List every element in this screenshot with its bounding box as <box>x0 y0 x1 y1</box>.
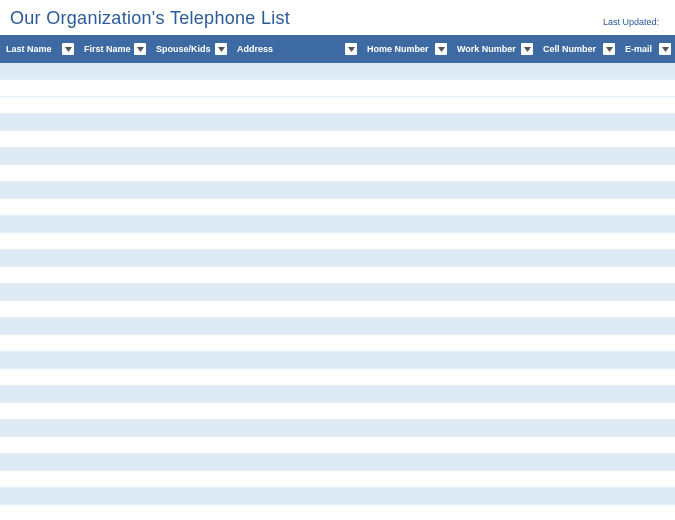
table-cell[interactable] <box>78 182 150 198</box>
table-row[interactable] <box>0 301 675 318</box>
filter-dropdown-icon[interactable] <box>215 43 227 55</box>
table-cell[interactable] <box>361 403 451 419</box>
table-cell[interactable] <box>231 471 361 487</box>
table-cell[interactable] <box>231 318 361 334</box>
table-cell[interactable] <box>78 284 150 300</box>
table-cell[interactable] <box>451 505 537 520</box>
table-cell[interactable] <box>537 216 619 232</box>
table-cell[interactable] <box>78 318 150 334</box>
table-cell[interactable] <box>78 335 150 351</box>
table-cell[interactable] <box>619 386 675 402</box>
table-cell[interactable] <box>361 267 451 283</box>
table-cell[interactable] <box>0 267 78 283</box>
table-cell[interactable] <box>150 267 231 283</box>
filter-dropdown-icon[interactable] <box>62 43 74 55</box>
table-cell[interactable] <box>150 471 231 487</box>
table-cell[interactable] <box>78 80 150 96</box>
table-row[interactable] <box>0 131 675 148</box>
table-cell[interactable] <box>537 403 619 419</box>
table-cell[interactable] <box>451 437 537 453</box>
table-cell[interactable] <box>0 437 78 453</box>
table-cell[interactable] <box>0 488 78 504</box>
table-cell[interactable] <box>78 437 150 453</box>
table-cell[interactable] <box>537 420 619 436</box>
table-cell[interactable] <box>150 386 231 402</box>
table-cell[interactable] <box>78 471 150 487</box>
filter-dropdown-icon[interactable] <box>603 43 615 55</box>
table-cell[interactable] <box>619 454 675 470</box>
table-cell[interactable] <box>619 505 675 520</box>
table-cell[interactable] <box>150 63 231 79</box>
table-cell[interactable] <box>361 284 451 300</box>
table-cell[interactable] <box>451 182 537 198</box>
table-cell[interactable] <box>451 369 537 385</box>
table-cell[interactable] <box>0 454 78 470</box>
table-cell[interactable] <box>0 182 78 198</box>
table-cell[interactable] <box>231 165 361 181</box>
table-cell[interactable] <box>619 267 675 283</box>
table-cell[interactable] <box>451 420 537 436</box>
table-cell[interactable] <box>361 386 451 402</box>
table-cell[interactable] <box>537 114 619 130</box>
table-cell[interactable] <box>619 250 675 266</box>
table-cell[interactable] <box>0 335 78 351</box>
table-cell[interactable] <box>78 454 150 470</box>
table-cell[interactable] <box>451 216 537 232</box>
table-cell[interactable] <box>150 165 231 181</box>
column-header-last-name[interactable]: Last Name <box>0 35 78 63</box>
table-cell[interactable] <box>150 318 231 334</box>
table-cell[interactable] <box>451 284 537 300</box>
table-cell[interactable] <box>537 199 619 215</box>
table-cell[interactable] <box>361 420 451 436</box>
table-row[interactable] <box>0 403 675 420</box>
table-row[interactable] <box>0 420 675 437</box>
table-cell[interactable] <box>150 284 231 300</box>
table-row[interactable] <box>0 250 675 267</box>
table-cell[interactable] <box>361 80 451 96</box>
table-cell[interactable] <box>0 505 78 520</box>
table-cell[interactable] <box>150 454 231 470</box>
table-cell[interactable] <box>361 335 451 351</box>
table-cell[interactable] <box>78 148 150 164</box>
table-cell[interactable] <box>537 471 619 487</box>
table-cell[interactable] <box>231 403 361 419</box>
table-cell[interactable] <box>0 199 78 215</box>
table-cell[interactable] <box>361 352 451 368</box>
table-cell[interactable] <box>150 131 231 147</box>
table-cell[interactable] <box>619 284 675 300</box>
table-cell[interactable] <box>231 437 361 453</box>
table-cell[interactable] <box>231 284 361 300</box>
table-cell[interactable] <box>361 301 451 317</box>
table-row[interactable] <box>0 437 675 454</box>
table-cell[interactable] <box>451 335 537 351</box>
table-row[interactable] <box>0 199 675 216</box>
table-cell[interactable] <box>451 267 537 283</box>
table-cell[interactable] <box>361 454 451 470</box>
table-cell[interactable] <box>78 131 150 147</box>
table-cell[interactable] <box>361 148 451 164</box>
table-cell[interactable] <box>537 488 619 504</box>
table-cell[interactable] <box>451 403 537 419</box>
table-row[interactable] <box>0 386 675 403</box>
table-cell[interactable] <box>231 420 361 436</box>
column-header-address[interactable]: Address <box>231 35 361 63</box>
table-row[interactable] <box>0 148 675 165</box>
table-cell[interactable] <box>150 233 231 249</box>
table-row[interactable] <box>0 182 675 199</box>
table-cell[interactable] <box>451 97 537 113</box>
table-cell[interactable] <box>231 488 361 504</box>
table-cell[interactable] <box>619 131 675 147</box>
column-header-first-name[interactable]: First Name <box>78 35 150 63</box>
table-cell[interactable] <box>451 488 537 504</box>
table-cell[interactable] <box>78 369 150 385</box>
table-row[interactable] <box>0 318 675 335</box>
table-cell[interactable] <box>451 63 537 79</box>
table-cell[interactable] <box>619 63 675 79</box>
table-cell[interactable] <box>361 437 451 453</box>
table-cell[interactable] <box>619 403 675 419</box>
table-cell[interactable] <box>231 199 361 215</box>
table-cell[interactable] <box>451 318 537 334</box>
table-cell[interactable] <box>451 233 537 249</box>
table-cell[interactable] <box>361 216 451 232</box>
table-row[interactable] <box>0 335 675 352</box>
